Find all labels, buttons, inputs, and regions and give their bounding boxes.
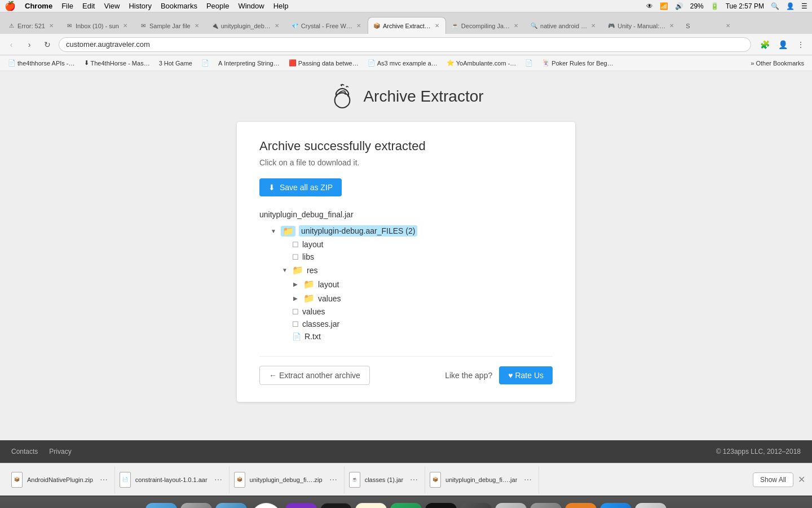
bookmark-empty2[interactable]: 📄 <box>522 58 536 68</box>
dl-menu-constraint-layout[interactable]: ⋯ <box>212 474 224 485</box>
url-bar[interactable]: customer.augtraveler.com <box>59 37 751 52</box>
tab-close-inbox[interactable]: ✕ <box>121 22 129 30</box>
dl-menu-android-plugin[interactable]: ⋯ <box>98 474 110 485</box>
bookmark-the4thorse-apis[interactable]: 📄 the4thhorse APIs -… <box>5 58 78 68</box>
list-icon[interactable]: ☰ <box>801 2 807 10</box>
bookmark-other-bookmarks[interactable]: » Other Bookmarks <box>747 59 807 68</box>
bookmark-label: Hot Game <box>164 60 192 67</box>
footer-privacy[interactable]: Privacy <box>49 448 71 456</box>
tab-close-crystal[interactable]: ✕ <box>355 22 363 30</box>
tab-s[interactable]: S ✕ <box>681 17 737 34</box>
tab-archive-extractor[interactable]: 📦 Archive Extract… ✕ <box>368 17 446 34</box>
tree-item-root-folder[interactable]: ▼ 📁 unityplugin-debug.aar_FILES (2) <box>259 224 553 238</box>
more-menu-icon[interactable]: ⋮ <box>794 38 807 51</box>
dock-item-unity[interactable]: ◆ <box>425 503 457 509</box>
dl-name-unityplugin-zip[interactable]: unityplugin_debug_fi….zip <box>250 476 323 483</box>
bookmark-the4thorse-mas[interactable]: ⬇ The4thHorse - Mas… <box>81 58 153 68</box>
tab-close-s[interactable]: ✕ <box>724 22 732 30</box>
dock-item-vscode[interactable]: ❮❯ <box>285 503 317 509</box>
tab-unityplugin[interactable]: 🔌 unityplugin_deb… ✕ <box>206 17 286 34</box>
tab-crystal[interactable]: 💎 Crystal - Free W… ✕ <box>286 17 368 34</box>
dl-name-constraint-layout[interactable]: constraint-layout-1.0.1.aar <box>135 476 208 483</box>
bookmark-poker-rules[interactable]: 🃏 Poker Rules for Beg… <box>539 58 616 68</box>
dock-item-mail[interactable]: ✉ <box>600 503 632 509</box>
tab-favicon-crystal: 💎 <box>291 22 299 30</box>
save-zip-button[interactable]: ⬇ Save all as ZIP <box>259 178 342 196</box>
bookmark-interpreting-string[interactable]: A Interpreting String… <box>215 59 283 68</box>
dl-name-android-plugin[interactable]: AndroidNativePlugin.zip <box>27 476 93 483</box>
dl-name-unityplugin-jar[interactable]: unityplugin_debug_fi….jar <box>445 476 517 483</box>
search-icon[interactable]: 🔍 <box>771 2 779 10</box>
bookmark-icon: 🟥 <box>289 59 297 67</box>
dock-item-terminal[interactable]: >_ <box>320 503 352 509</box>
dock-item-orange-app[interactable]: 🔶 <box>565 503 597 509</box>
tree-item-r-txt[interactable]: 📄 R.txt <box>259 330 553 343</box>
menu-people[interactable]: People <box>206 2 229 10</box>
dock-item-preview[interactable]: 🏔 <box>215 503 247 509</box>
tab-inbox[interactable]: ✉ Inbox (10) - sun ✕ <box>60 17 134 34</box>
tab-close-jar[interactable]: ✕ <box>193 22 201 30</box>
bookmark-hot-game[interactable]: 3 Hot Game <box>156 59 196 68</box>
tab-close-unity[interactable]: ✕ <box>273 22 281 30</box>
dock-item-finder[interactable]: 🖥 <box>145 503 177 509</box>
tab-decompiling[interactable]: ☕ Decompiling Ja… ✕ <box>446 17 525 34</box>
dock-item-unity2[interactable]: ⬡ <box>460 503 492 509</box>
tab-close-error[interactable]: ✕ <box>47 22 55 30</box>
tree-item-classes-jar[interactable]: ☐ classes.jar <box>259 318 553 330</box>
tab-unity-manual[interactable]: 🎮 Unity - Manual:… ✕ <box>602 17 681 34</box>
menu-file[interactable]: File <box>61 2 73 10</box>
back-button[interactable]: ‹ <box>5 38 18 51</box>
screen-time-icon: 👁 <box>646 2 653 10</box>
bookmark-label: YoAmbulante.com -… <box>456 60 517 67</box>
bookmark-as3-mvc[interactable]: 📄 As3 mvc example a… <box>364 58 441 68</box>
dock-item-exposer1[interactable]: ⊞ <box>495 503 527 509</box>
bookmark-empty1[interactable]: 📄 <box>198 58 213 68</box>
dl-menu-unityplugin-jar[interactable]: ⋯ <box>522 474 534 485</box>
dl-name-classes-jar[interactable]: classes (1).jar <box>365 476 403 483</box>
main-card: Archive successfully extracted Click on … <box>237 122 575 402</box>
dl-menu-classes-jar[interactable]: ⋯ <box>408 474 420 485</box>
tree-item-res[interactable]: ▼ 📁 res <box>259 263 553 277</box>
tree-item-layout[interactable]: ☐ layout <box>259 238 553 251</box>
tab-close-native[interactable]: ✕ <box>589 22 597 30</box>
tree-label-libs: libs <box>302 252 314 261</box>
dock-item-exposer2[interactable]: ▦ <box>530 503 562 509</box>
forward-button[interactable]: › <box>23 38 36 51</box>
profile-icon[interactable]: 👤 <box>776 38 789 51</box>
bookmark-yoambulante[interactable]: ⭐ YoAmbulante.com -… <box>443 58 520 68</box>
tab-close-decompiling[interactable]: ✕ <box>512 22 520 30</box>
footer-contacts[interactable]: Contacts <box>11 448 38 456</box>
menu-edit[interactable]: Edit <box>82 2 95 10</box>
menu-window[interactable]: Window <box>238 2 264 10</box>
tree-item-libs[interactable]: ☐ libs <box>259 251 553 263</box>
dl-item-constraint-layout: 📄 constraint-layout-1.0.1.aar ⋯ <box>115 466 230 493</box>
tab-close-unity-manual[interactable]: ✕ <box>668 22 676 30</box>
close-downloads-bar-button[interactable]: ✕ <box>798 474 805 485</box>
dock-item-trash[interactable]: 🗑 <box>635 503 667 509</box>
show-all-downloads-button[interactable]: Show All <box>753 472 793 487</box>
tree-item-res-values[interactable]: ▶ 📁 values <box>259 291 553 305</box>
reload-button[interactable]: ↻ <box>41 38 54 51</box>
tree-item-res-layout[interactable]: ▶ 📁 layout <box>259 277 553 291</box>
dl-menu-unityplugin-zip[interactable]: ⋯ <box>327 474 339 485</box>
apple-menu[interactable]: 🍎 <box>5 1 16 11</box>
dock-item-chrome[interactable] <box>250 503 282 509</box>
menu-history[interactable]: History <box>129 2 151 10</box>
tab-sample-jar[interactable]: ✉ Sample Jar file ✕ <box>134 17 206 34</box>
bookmark-passing-data[interactable]: 🟥 Passing data betwe… <box>285 58 362 68</box>
menu-bookmarks[interactable]: Bookmarks <box>161 2 197 10</box>
dock-item-app-signer[interactable]: ✍ <box>390 503 422 509</box>
extensions-icon[interactable]: 🧩 <box>758 38 771 51</box>
tab-native-android[interactable]: 🔍 native android … ✕ <box>525 17 602 34</box>
rate-us-button[interactable]: ♥ Rate Us <box>499 366 553 384</box>
menu-chrome[interactable]: Chrome <box>25 2 52 10</box>
tab-error521[interactable]: ⚠ Error: 521 ✕ <box>2 17 60 34</box>
menu-view[interactable]: View <box>104 2 120 10</box>
user-icon[interactable]: 👤 <box>786 2 795 10</box>
menu-help[interactable]: Help <box>273 2 289 10</box>
tree-item-values[interactable]: ☐ values <box>259 305 553 318</box>
dock-item-system-preferences[interactable]: ⚙ <box>180 503 212 509</box>
extract-another-button[interactable]: ← Extract another archive <box>259 366 370 385</box>
dock-item-notes[interactable]: 📝 <box>355 503 387 509</box>
tab-close-archive[interactable]: ✕ <box>433 22 441 30</box>
